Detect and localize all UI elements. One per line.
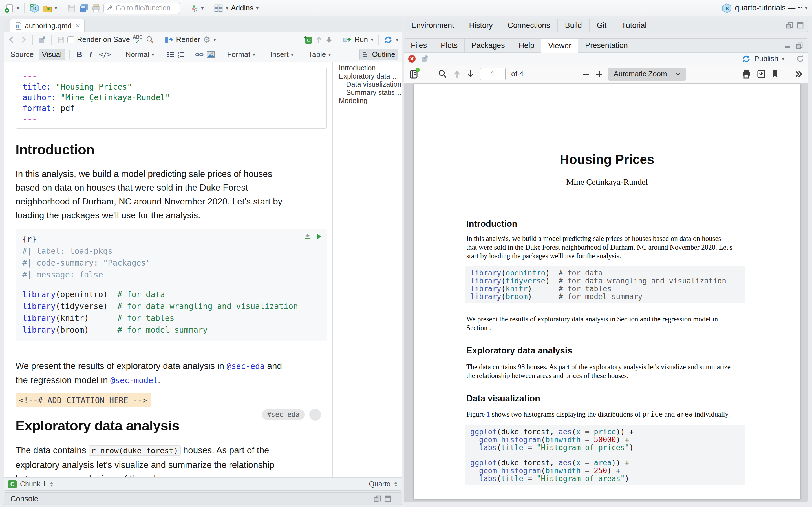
document-mode-label[interactable]: Quarto (369, 480, 391, 488)
tab-connections[interactable]: Connections (500, 19, 558, 32)
outline-item-introduction[interactable]: Introduction (339, 64, 402, 72)
minimize-pane-icon[interactable] (784, 42, 793, 50)
pdf-page-number-input[interactable] (480, 68, 506, 80)
back-icon[interactable] (8, 36, 16, 44)
pdf-viewer-canvas[interactable]: Housing Prices Mine Çetinkaya-Rundel Int… (404, 83, 808, 502)
table-menu[interactable]: Table▾ (306, 49, 334, 60)
minimize-pane-icon[interactable] (785, 21, 794, 29)
tab-close-icon[interactable]: × (75, 21, 80, 30)
run-chunk-icon[interactable] (316, 233, 322, 240)
minimize-pane-icon[interactable] (373, 495, 382, 503)
italic-button[interactable]: I (87, 50, 94, 59)
code-button[interactable]: </> (97, 51, 113, 59)
spellcheck-icon[interactable]: ABC✓ (133, 35, 143, 44)
gear-icon[interactable]: ⚙ (203, 35, 211, 45)
save-icon[interactable] (67, 4, 76, 13)
visual-mode-button[interactable]: Visual (39, 49, 64, 60)
bold-button[interactable]: B (74, 50, 85, 59)
tab-help[interactable]: Help (512, 39, 542, 52)
refresh-viewer-icon[interactable] (796, 55, 804, 63)
visual-editor-canvas[interactable]: --- title: "Housing Prices" author: "Min… (4, 62, 333, 477)
render-options-caret[interactable]: ▾ (213, 37, 216, 42)
render-on-save-checkbox[interactable] (67, 36, 74, 43)
bullet-list-icon[interactable] (166, 51, 175, 59)
pdf-sidebar-toggle-icon[interactable] (409, 69, 419, 79)
pdf-bookmark-icon[interactable] (771, 69, 778, 78)
version-control-icon[interactable]: G (190, 3, 199, 13)
link-icon[interactable] (195, 51, 204, 59)
tab-build[interactable]: Build (558, 19, 590, 32)
source-mode-button[interactable]: Source (8, 49, 36, 60)
tab-tutorial[interactable]: Tutorial (614, 19, 654, 32)
version-control-caret[interactable]: ▾ (201, 5, 204, 11)
stop-viewer-icon[interactable] (407, 54, 416, 63)
open-file-caret[interactable]: ▾ (55, 5, 57, 11)
tab-viewer[interactable]: Viewer (541, 39, 578, 53)
outline-toggle-button[interactable]: Outline (359, 49, 398, 60)
project-menu-button[interactable]: R quarto-tutorials — ~ ▾ (721, 3, 808, 13)
r-code-chunk[interactable]: {r} #| label: load-pkgs #| code-summary:… (15, 229, 327, 341)
citation-comment[interactable]: <!--# ADD CITATION HERE --> (15, 393, 151, 407)
tab-presentation[interactable]: Presentation (578, 39, 635, 52)
workspace-panes-caret[interactable]: ▾ (226, 5, 229, 11)
outline-item-data-visualization[interactable]: Data visualization (339, 80, 402, 89)
tab-history[interactable]: History (462, 19, 500, 32)
forward-icon[interactable] (19, 36, 28, 44)
publish-button[interactable]: Publish (754, 54, 778, 63)
insert-chunk-icon[interactable]: C (303, 35, 312, 44)
pdf-zoom-select[interactable]: Automatic Zoom (608, 68, 686, 80)
tab-git[interactable]: Git (590, 19, 614, 32)
pdf-next-page-icon[interactable] (467, 69, 474, 79)
outline-item-summary-statistics[interactable]: Summary statis… (339, 89, 402, 97)
save-icon-editor[interactable] (57, 36, 64, 44)
tab-environment[interactable]: Environment (404, 19, 462, 32)
tab-authoring-qmd[interactable]: authoring.qmd × (10, 19, 85, 32)
outline-item-eda[interactable]: Exploratory data … (339, 72, 402, 80)
pdf-zoom-out-icon[interactable] (582, 70, 590, 78)
goto-file-input[interactable] (116, 4, 175, 12)
workspace-panes-icon[interactable] (214, 4, 223, 13)
format-menu[interactable]: Format▾ (224, 49, 258, 60)
new-file-icon[interactable] (4, 3, 14, 13)
run-chunks-above-icon[interactable] (304, 233, 311, 240)
console-pane-header[interactable]: Console (4, 492, 402, 505)
yaml-metadata-block[interactable]: --- title: "Housing Prices" author: "Min… (15, 67, 327, 129)
go-down-icon[interactable] (325, 36, 333, 44)
render-button[interactable]: Render (176, 35, 200, 44)
pdf-download-icon[interactable] (757, 69, 766, 79)
print-icon[interactable] (91, 4, 101, 13)
publish-caret[interactable]: ▾ (781, 56, 784, 61)
pdf-previous-page-icon[interactable] (453, 69, 461, 79)
run-icon[interactable] (343, 36, 352, 44)
source-rerun-icon[interactable] (384, 35, 393, 44)
addins-caret[interactable]: ▾ (256, 5, 259, 11)
image-icon[interactable] (206, 51, 215, 59)
outline-item-modeling[interactable]: Modeling (339, 97, 402, 105)
new-file-caret[interactable]: ▾ (17, 5, 19, 11)
save-all-icon[interactable] (79, 3, 89, 13)
maximize-pane-icon[interactable] (384, 495, 392, 503)
new-project-icon[interactable]: R (29, 3, 40, 13)
pdf-zoom-in-icon[interactable] (596, 70, 603, 78)
tab-plots[interactable]: Plots (434, 39, 465, 52)
chunk-position-label[interactable]: Chunk 1 (20, 480, 46, 488)
tab-packages[interactable]: Packages (465, 39, 512, 52)
addins-menu[interactable]: Addins (231, 4, 253, 12)
paragraph-style-select[interactable]: Normal▾ (123, 49, 157, 60)
tab-files[interactable]: Files (404, 39, 434, 52)
render-icon[interactable] (164, 36, 173, 44)
maximize-pane-icon[interactable] (795, 42, 804, 50)
insert-menu[interactable]: Insert▾ (267, 49, 297, 60)
search-icon[interactable] (146, 36, 154, 44)
numbered-list-icon[interactable]: 12 (177, 51, 186, 59)
open-file-icon[interactable] (42, 3, 52, 13)
pdf-more-tools-icon[interactable] (794, 70, 803, 78)
pdf-print-icon[interactable] (742, 69, 751, 79)
chunk-spinner-icon[interactable] (50, 481, 54, 487)
section-options-button[interactable]: ··· (309, 409, 321, 420)
pdf-search-icon[interactable] (438, 69, 448, 79)
run-button[interactable]: Run (354, 35, 368, 44)
maximize-pane-icon[interactable] (797, 21, 804, 29)
run-caret[interactable]: ▾ (371, 37, 373, 42)
go-up-icon[interactable] (315, 36, 322, 44)
